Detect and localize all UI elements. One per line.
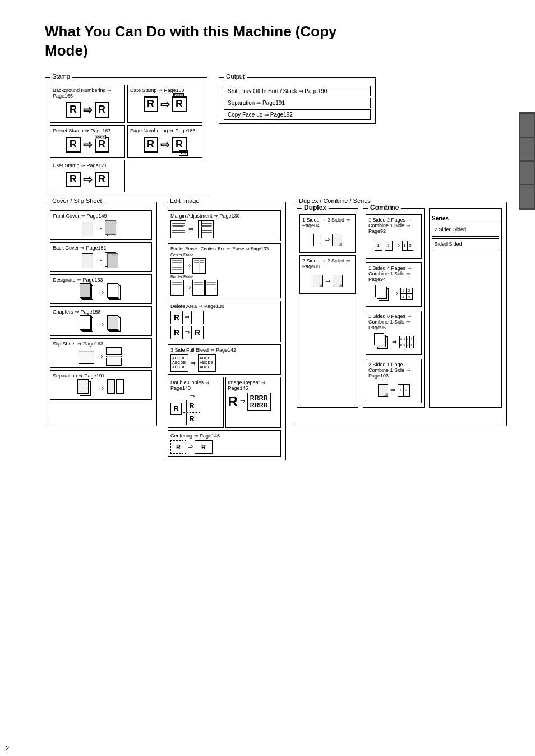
edit-image-section: Edit Image Margin Adjustment ⇒ Page130 ⇒ [163,202,286,460]
stamp-item-page-label: Page Numbering ⇒ Page183 [130,128,200,133]
page-stack-icon-back [105,252,121,269]
edit-image-label: Edit Image [168,197,202,204]
r-box-source: R [66,102,81,118]
delete-area-visual2: R ⇒ R [170,326,278,339]
centering-arrow: ⇒ [188,443,193,450]
page-stack-designate [80,283,95,302]
sidebar-tab-3[interactable] [520,162,534,184]
di-2to2-label: 2 Sided → 2 Sided ⇒ Page88 [302,258,353,269]
output-section: Output Shift Tray Off In Sort / Stack ⇒ … [219,77,376,124]
cover-back-label: Back Cover ⇒ Page151 [53,245,149,251]
be-box-2 [192,258,206,274]
bottom-edit-row: Double Copies ⇒ Page143 R ⇒ R R [168,377,281,428]
output-items: Shift Tray Off In Sort / Stack ⇒ Page190… [224,86,371,120]
ci-4pages-label: 1 Sided 4 Pages → Combine 1 Side ⇒ Page9… [368,265,419,282]
duplex-combine-section: Duplex / Combine / Series Duplex 1 Sided… [292,202,507,426]
mini-p2: 2 [385,241,393,251]
border-erase-label: Border Erase | Center / Border Erase ⇒ P… [170,246,278,251]
arrow-right-designate: ⇒ [99,289,104,296]
duplex-item-1to2: 1 Sided → 2 Sided ⇒ Page84 ⇒ [299,214,356,253]
arrow-right-chapters: ⇒ [99,321,104,328]
ci-2sided1page-visual: ⇒ 1 2 [368,380,419,400]
2s-p1: 1 [398,385,404,396]
cover-items: Front Cover ⇒ Page149 ⇒ Back Cover ⇒ Pag… [50,210,152,400]
dc-r-box-src: R [170,403,182,415]
cover-item-separation: Separation ⇒ Page191 ⇒ [50,370,152,400]
rrrr-box: RRRRRRRR [247,393,271,411]
be-arrow2: ⇒ [186,284,191,291]
ci-4pages-visual: ⇒ 1 2 3 4 [368,284,419,304]
r-box-preset-dst: R COPY [95,137,109,153]
be-box-3 [170,280,184,296]
ci-2sided-arrow: ⇒ [390,386,395,394]
fold-page-2sided [378,384,388,397]
ci-8pages-visual: ⇒ 1 2 3 4 5 6 7 8 [368,332,419,352]
stamp-item-preset-label: Preset Stamp ⇒ Page167 [53,128,122,133]
r-box-date-src: R [144,96,158,112]
cover-slip-item-label: Slip Sheet ⇒ Page163 [53,341,149,347]
centering-visual: R ⇒ R [170,440,278,454]
page-icon-back [82,253,93,268]
stamp-label: Stamp [50,73,72,80]
page-icon [82,222,93,236]
dc-arrow: ⇒ [190,393,195,400]
cover-slip-section: Cover / Slip Sheet Front Cover ⇒ Page149… [45,202,157,426]
edit-item-image-repeat: Image Repeat ⇒ Page145 R ⇒ RRRRRRRR [225,377,282,428]
combine-item-4pages: 1 Sided 4 Pages → Combine 1 Side ⇒ Page9… [366,262,422,307]
combine-2pages-dst: 1 2 [402,241,413,251]
series-label-1: 2 Sided Sided [435,227,496,232]
image-repeat-visual: R ⇒ RRRRRRRR [228,393,279,411]
stamp-item-bg-label: Background Numbering ⇒ Page165 [53,87,122,99]
output-label: Output [224,73,247,80]
sidebar-tab-2[interactable] [520,138,534,160]
stamp-item-preset-stamp: Preset Stamp ⇒ Page167 R ⇨ R COPY [50,125,125,158]
combine-item-2pages: 1 Sided 2 Pages → Combine 1 Side ⇒ Page9… [366,214,422,259]
cover-designate-label: Designate ⇒ Page153 [53,277,149,283]
duplex-items: 1 Sided → 2 Sided ⇒ Page84 ⇒ 2 Sided → 2… [299,214,356,294]
stamp-grid: Background Numbering ⇒ Page165 R ⇨ R Dat… [50,85,202,192]
3side-label: 3 Side Full Bleed ⇒ Page142 [170,347,278,353]
combine-p2: 2 [408,241,413,250]
series-label-2: Sided Sided [435,241,496,247]
p1: 1 [401,288,407,294]
sidebar-tab-1[interactable] [520,114,534,137]
mini-p1: 1 [375,241,382,251]
series-item-1: 2 Sided Sided [432,224,499,237]
be-boxes-dst [192,280,218,296]
8pages-src [374,333,390,351]
delete-area-visual: R ⇒ [170,311,278,324]
centering-r-dst: R [201,444,206,450]
delete-r-box: R [170,311,183,324]
cover-separation-visual: ⇒ [53,380,149,397]
border-erase-visual: ⇒ [170,258,278,274]
cover-chapters-visual: ⇒ [53,316,149,333]
duplex-col: Duplex 1 Sided → 2 Sided ⇒ Page84 ⇒ [297,208,358,408]
8p8: 8 [410,342,413,348]
page-stack-icon [105,220,121,237]
top-section: Stamp Background Numbering ⇒ Page165 R ⇨… [45,77,507,196]
combine-col-label: Combine [368,204,401,211]
arrow-right-slip: ⇒ [98,353,103,360]
fold-page-src-2to2 [313,275,323,287]
cover-item-front: Front Cover ⇒ Page149 ⇒ [50,210,152,240]
stamp-item-date-label: Date Stamp ⇒ Page180 [130,87,200,93]
delete-arrow: ⇒ [185,314,190,321]
cover-item-slip: Slip Sheet ⇒ Page163 ⇒ [50,338,152,368]
delete-r-box3: R [191,326,204,339]
p4: 4 [407,294,412,299]
big-r-src: R [228,394,238,409]
page-stack-slip [79,347,94,366]
cover-back-visual: ⇒ [53,252,149,269]
r-box-page-dst: R -1- [172,137,187,153]
sidebar-tab-4[interactable] [520,185,534,208]
cover-item-designate: Designate ⇒ Page153 ⇒ [50,274,152,304]
ir-arrow: ⇒ [240,398,245,405]
8pages-dst: 1 2 3 4 5 6 7 8 [399,336,414,348]
2s-p2: 2 [404,385,409,396]
stamp-visual-date: R ⇨ R DATE [130,94,200,114]
r-box-date-dst: R DATE [172,96,187,112]
centering-src: R [170,440,186,454]
centering-label: Centering ⇒ Page146 [170,433,278,439]
margin-arrow: ⇒ [188,225,193,233]
di-1to2-visual: ⇒ [302,230,353,250]
